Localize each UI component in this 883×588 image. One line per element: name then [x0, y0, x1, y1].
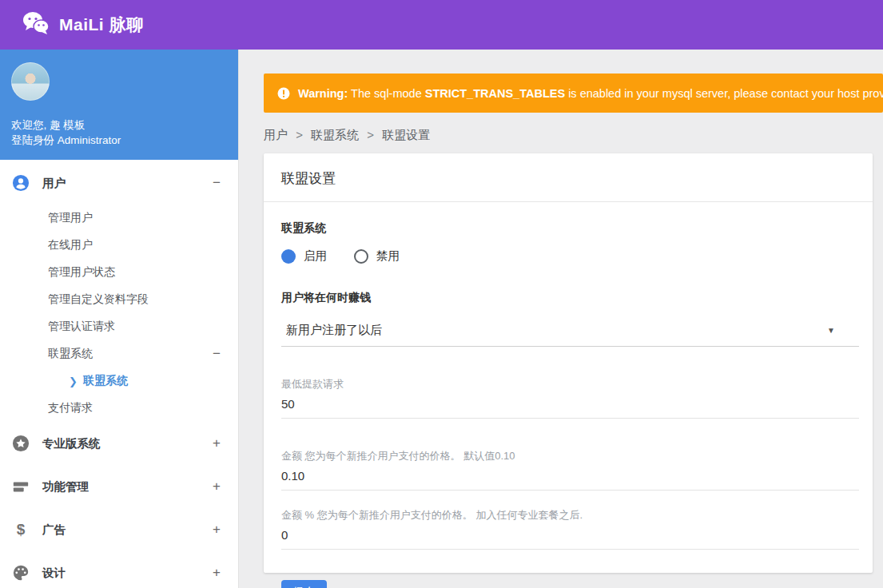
sidebar-item-label: 设计 [42, 566, 213, 581]
radio-selected-icon[interactable] [281, 249, 296, 264]
warning-text: is enabled in your mysql server, please … [565, 87, 883, 100]
sidebar-item-online-users[interactable]: 在线用户 [0, 232, 238, 259]
sidebar-item-label: 用户 [42, 176, 213, 191]
earn-when-group: 用户将在何时赚钱 新用户注册了以后 ▼ [281, 291, 859, 347]
alliance-system-group: 联盟系统 启用 禁用 [281, 221, 859, 264]
dollar-icon: $ [12, 521, 30, 538]
chevron-right-icon: ❯ [69, 375, 78, 387]
collapse-toggle-icon[interactable]: − [213, 175, 221, 191]
sidebar-item-manage-users[interactable]: 管理用户 [0, 205, 238, 232]
breadcrumb: 用户 > 联盟系统 > 联盟设置 [264, 128, 883, 143]
caret-down-icon: ▼ [827, 326, 835, 335]
sidebar-item-label: 广告 [42, 522, 213, 538]
save-button[interactable]: 保存 [281, 580, 327, 588]
sidebar-item-payment-requests[interactable]: 支付请求 [0, 395, 238, 422]
expand-toggle-icon[interactable]: + [213, 565, 221, 581]
menu-bars-icon [12, 478, 30, 495]
breadcrumb-separator: > [367, 128, 374, 141]
sidebar-item-affiliate-system[interactable]: 联盟系统 − [0, 340, 238, 368]
sidebar-item-custom-profile-fields[interactable]: 管理自定义资料字段 [0, 286, 238, 313]
welcome-text: 欢迎您, 趣 模板 [11, 117, 222, 133]
radio-disable-label: 禁用 [376, 248, 400, 264]
sidebar-item-affiliate-system-active[interactable]: ❯ 联盟系统 [0, 368, 238, 395]
collapse-toggle-icon[interactable]: − [213, 346, 221, 362]
warning-strong: STRICT_TRANS_TABLES [425, 87, 565, 100]
radio-enable[interactable]: 启用 [281, 248, 327, 264]
warning-banner: Warning: The sql-mode STRICT_TRANS_TABLE… [264, 74, 883, 113]
earn-when-label: 用户将在何时赚钱 [281, 291, 859, 305]
affiliate-settings-card: 联盟设置 联盟系统 启用 禁用 用户将在何时赚钱 [264, 153, 873, 573]
sidebar-item-ads[interactable]: $ 广告 + [0, 508, 238, 551]
sidebar-item-label: 联盟系统 [48, 347, 93, 361]
user-circle-icon [12, 174, 30, 192]
alliance-system-label: 联盟系统 [281, 221, 859, 236]
warning-label: Warning: [298, 87, 348, 100]
sidebar-item-feature-management[interactable]: 功能管理 + [0, 465, 238, 508]
sidebar-item-label: 专业版系统 [42, 436, 213, 451]
earn-when-select[interactable]: 新用户注册了以后 ▼ [281, 316, 859, 347]
sidebar-item-label: 管理认证请求 [48, 320, 115, 334]
breadcrumb-users[interactable]: 用户 [264, 128, 288, 141]
sidebar-item-label: 支付请求 [48, 401, 93, 415]
avatar[interactable] [11, 62, 50, 101]
earn-when-value: 新用户注册了以后 [286, 323, 382, 338]
sidebar-item-label: 联盟系统 [83, 374, 128, 388]
sidebar-item-users[interactable]: 用户 − [0, 161, 238, 205]
warning-info-icon [276, 86, 291, 101]
warning-text: The sql-mode [348, 87, 424, 100]
radio-enable-label: 启用 [304, 248, 327, 264]
amount-group: 金额 您为每个新推介用户支付的价格。 默认值0.10 0.10 [281, 449, 859, 491]
sidebar-item-label: 管理自定义资料字段 [48, 292, 149, 307]
palette-icon [12, 564, 30, 582]
app-header: MaiLi 脉聊 [0, 0, 883, 50]
radio-disable[interactable]: 禁用 [354, 248, 400, 264]
sidebar-profile: 欢迎您, 趣 模板 登陆身份 Administrator [0, 50, 238, 160]
amount-percent-group: 金额 % 您为每个新推介用户支付的价格。 加入任何专业套餐之后. 0 [281, 508, 859, 550]
brand[interactable]: MaiLi 脉聊 [22, 11, 144, 38]
amount-percent-input[interactable]: 0 [281, 526, 859, 550]
min-withdraw-group: 最低提款请求 50 [281, 377, 859, 419]
min-withdraw-input[interactable]: 50 [281, 395, 859, 419]
radio-unselected-icon[interactable] [354, 249, 368, 264]
amount-percent-label: 金额 % 您为每个新推介用户支付的价格。 加入任何专业套餐之后. [281, 508, 859, 522]
amount-label: 金额 您为每个新推介用户支付的价格。 默认值0.10 [281, 449, 859, 463]
sidebar-item-label: 功能管理 [42, 479, 213, 495]
min-withdraw-label: 最低提款请求 [281, 377, 859, 391]
app-title: MaiLi 脉聊 [59, 14, 144, 36]
sidebar-nav: 用户 − 管理用户 在线用户 管理用户状态 管理自定义资料字段 管理认证请求 联… [0, 160, 238, 588]
sidebar-item-verification-requests[interactable]: 管理认证请求 [0, 313, 238, 340]
expand-toggle-icon[interactable]: + [213, 435, 221, 451]
sidebar-item-design[interactable]: 设计 + [0, 551, 238, 588]
amount-input[interactable]: 0.10 [281, 467, 859, 491]
expand-toggle-icon[interactable]: + [213, 522, 221, 538]
main-content: Warning: The sql-mode STRICT_TRANS_TABLE… [240, 50, 883, 588]
breadcrumb-affiliate-settings[interactable]: 联盟设置 [382, 128, 430, 141]
sidebar-item-label: 在线用户 [48, 238, 93, 252]
expand-toggle-icon[interactable]: + [213, 479, 221, 495]
star-circle-icon [12, 435, 30, 452]
breadcrumb-separator: > [296, 128, 303, 141]
sidebar-item-pro-system[interactable]: 专业版系统 + [0, 422, 238, 465]
sidebar-item-user-status[interactable]: 管理用户状态 [0, 259, 238, 286]
breadcrumb-affiliate-system[interactable]: 联盟系统 [311, 128, 359, 141]
login-role-text: 登陆身份 Administrator [11, 133, 222, 149]
wechat-logo-icon [22, 11, 50, 38]
sidebar-item-label: 管理用户 [48, 211, 93, 225]
sidebar: 欢迎您, 趣 模板 登陆身份 Administrator 用户 − 管理用户 在… [0, 50, 239, 588]
card-title: 联盟设置 [264, 153, 873, 202]
sidebar-item-label: 管理用户状态 [48, 265, 115, 280]
